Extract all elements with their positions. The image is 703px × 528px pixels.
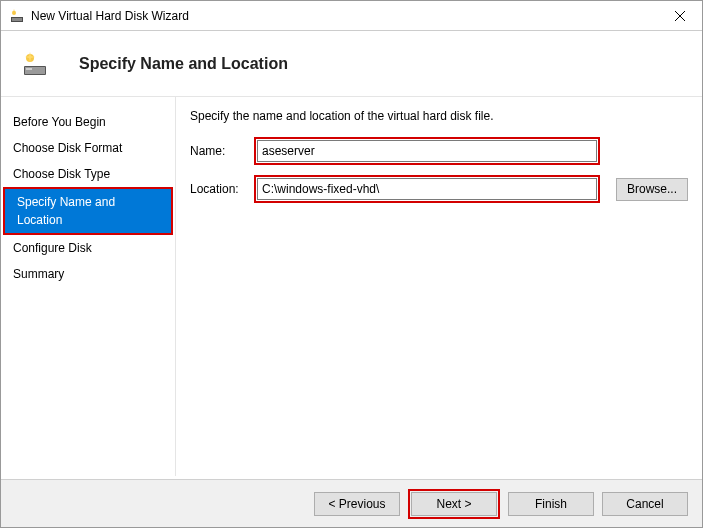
wizard-header: Specify Name and Location: [1, 31, 702, 96]
instruction-text: Specify the name and location of the vir…: [190, 109, 688, 123]
step-before-you-begin[interactable]: Before You Begin: [1, 109, 175, 135]
step-choose-disk-type[interactable]: Choose Disk Type: [1, 161, 175, 187]
wizard-icon: [9, 8, 25, 24]
step-summary[interactable]: Summary: [1, 261, 175, 287]
svg-rect-7: [26, 68, 32, 70]
name-input[interactable]: [257, 140, 597, 162]
wizard-steps-sidebar: Before You Begin Choose Disk Format Choo…: [1, 97, 176, 476]
name-row: Name:: [190, 137, 688, 165]
disk-wizard-icon: [21, 50, 49, 78]
name-label: Name:: [190, 144, 246, 158]
step-configure-disk[interactable]: Configure Disk: [1, 235, 175, 261]
close-button[interactable]: [657, 1, 702, 30]
next-button[interactable]: Next >: [411, 492, 497, 516]
step-choose-disk-format[interactable]: Choose Disk Format: [1, 135, 175, 161]
svg-rect-1: [12, 18, 22, 21]
page-title: Specify Name and Location: [79, 55, 288, 73]
location-label: Location:: [190, 182, 246, 196]
previous-button[interactable]: < Previous: [314, 492, 400, 516]
window-title: New Virtual Hard Disk Wizard: [31, 9, 189, 23]
title-bar: New Virtual Hard Disk Wizard: [1, 1, 702, 31]
finish-button[interactable]: Finish: [508, 492, 594, 516]
wizard-footer: < Previous Next > Finish Cancel: [1, 479, 702, 527]
browse-button[interactable]: Browse...: [616, 178, 688, 201]
main-panel: Specify the name and location of the vir…: [176, 97, 702, 476]
close-icon: [675, 11, 685, 21]
step-specify-name-location[interactable]: Specify Name and Location: [5, 189, 171, 233]
location-input[interactable]: [257, 178, 597, 200]
location-row: Location: Browse...: [190, 175, 688, 203]
content-area: Before You Begin Choose Disk Format Choo…: [1, 96, 702, 476]
cancel-button[interactable]: Cancel: [602, 492, 688, 516]
